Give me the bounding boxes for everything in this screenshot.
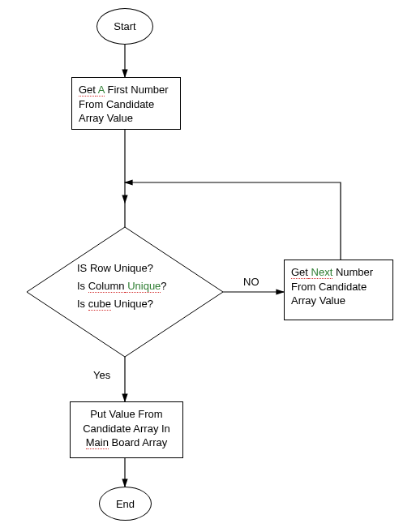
putvalue-line3: Main Board Array: [77, 435, 176, 450]
end-node: End: [99, 487, 152, 521]
getnext-line2: From Candidate: [291, 280, 386, 294]
edge-label-no: NO: [243, 276, 259, 288]
putvalue-line2: Candidate Array In: [77, 422, 176, 436]
decision-q3: Is cube Unique?: [77, 295, 167, 313]
put-value-node: Put Value From Candidate Array In Main B…: [70, 401, 183, 458]
get-next-number-node: Get Next Number From Candidate Array Val…: [284, 260, 393, 320]
getfirst-line3: Array Value: [79, 111, 174, 126]
start-node: Start: [96, 8, 153, 45]
uniqueness-decision-node: IS Row Unique? Is Column Unique? Is cube…: [27, 227, 223, 357]
getnext-line1: Get Next Number: [291, 265, 386, 280]
start-label: Start: [114, 20, 135, 32]
getnext-line3: Array Value: [291, 294, 386, 308]
getfirst-line2: From Candidate: [79, 97, 174, 112]
end-label: End: [116, 498, 135, 510]
get-first-number-node: Get A First Number From Candidate Array …: [71, 77, 181, 130]
decision-q2: Is Column Unique?: [77, 277, 167, 295]
getfirst-line1: Get A First Number: [79, 83, 174, 97]
edge-label-yes: Yes: [93, 369, 110, 381]
decision-text: IS Row Unique? Is Column Unique? Is cube…: [77, 260, 167, 313]
flowchart-canvas: Start Get A First Number From Candidate …: [0, 0, 416, 532]
decision-q1: IS Row Unique?: [77, 260, 167, 277]
putvalue-line1: Put Value From: [77, 407, 176, 422]
